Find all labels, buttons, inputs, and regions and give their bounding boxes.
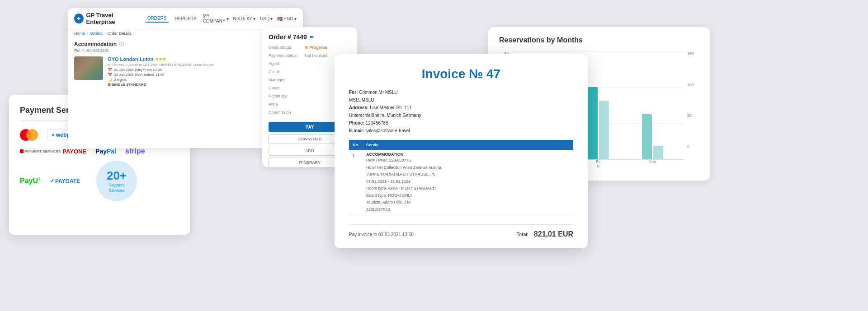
y-axis-right: 150 100 50 0: [684, 51, 699, 160]
col-no: No: [349, 140, 363, 150]
nav-user[interactable]: NIKOLAY ▾: [233, 16, 256, 21]
payone-logo: PAYMENT SERVICES PAYONE: [20, 148, 86, 155]
hotel-stars: ★★★: [155, 57, 166, 61]
info-icon: ⓘ: [119, 41, 124, 47]
bar-mar-light: [642, 114, 652, 159]
for-company: MSLUMSLU: [349, 97, 374, 102]
total-amount: 821,01 EUR: [534, 230, 573, 238]
for-name: Common Mr MSLU: [359, 90, 398, 95]
tourists: Tourists: Adam Hills, J M: [366, 200, 570, 206]
tourists-id: 228|1017510: [366, 207, 570, 213]
hotel-image: [74, 56, 103, 80]
stripe-logo: stripe: [125, 147, 145, 155]
invoice-title: Invoice № 47: [349, 67, 573, 81]
chart-title: Reservations by Months: [499, 36, 699, 44]
nav-currency[interactable]: USD ▾: [260, 16, 273, 21]
row-no: 1: [349, 150, 363, 215]
travel-navbar: ✈ GP Travel Enterprise ORDERS REPORTS MY…: [68, 8, 303, 29]
invoice-card: Invoice № 47 For: Common Mr MSLU MSLUMSL…: [335, 54, 588, 248]
total-section: Total: 821,01 EUR: [517, 230, 573, 238]
hotel-room-type: ⊞ SINGLE STANDARD: [108, 83, 251, 87]
address-value: Lise-Meitner-Str. 111: [370, 105, 412, 110]
payment-row-3: PayU+ ✓ PAYGATE 20+ PaymentServices: [20, 161, 179, 201]
email-label: E-mail:: [349, 128, 365, 133]
invoice-table: No Servic 1 ACCOMMODATION Ref# / PNR: 22…: [349, 140, 573, 215]
paypal-logo: PayPal: [95, 148, 116, 155]
hotel-info: OYO London Luton ★★★ Mill Street, 1, Lon…: [108, 56, 251, 87]
col-service: Servic: [363, 140, 573, 150]
chart-group-mar: [642, 114, 663, 159]
row-service: ACCOMMODATION Ref# / PNR: 228-863776 Hot…: [363, 150, 573, 215]
total-label: Total:: [517, 232, 528, 237]
x-label-mar: Mar: [626, 159, 680, 168]
logo-icon: ✈: [74, 14, 84, 23]
nav-reports[interactable]: REPORTS: [173, 15, 198, 22]
email-value: sales@software.travel: [365, 128, 410, 133]
nav-lang[interactable]: 🇬🇧 ENG ▾: [277, 16, 297, 21]
for-label: For:: [349, 90, 359, 95]
hotel-name: Hotel NH Collection Wien ZentrumAustria,: [366, 165, 570, 171]
hotel-name: OYO London Luton: [108, 56, 153, 62]
logo-text: GP Travel Enterprise: [86, 12, 140, 25]
order-status-value: In Progress: [305, 45, 327, 50]
hotel-address: Vienna, MARIAHILFER STRASSE, 78: [366, 172, 570, 178]
chart-group-feb: [588, 87, 609, 159]
accommodation-title: Accommodation: [74, 41, 117, 47]
breadcrumb-detail: Order Details: [108, 31, 132, 36]
order-edit-icon[interactable]: ✏: [310, 34, 314, 40]
phone-value: 123456789: [366, 121, 388, 125]
payment-row-2: PAYMENT SERVICES PAYONE PayPal stripe: [20, 147, 179, 155]
hotel-checkin: 📅 21 Jun 2021 (Mo) From 14:00: [108, 68, 251, 72]
hotel-address: Mill Street, 1, London LU1 2NA, UNITED K…: [108, 63, 251, 67]
invoice-recipient: For: Common Mr MSLU MSLUMSLU Address: Li…: [349, 88, 573, 135]
room-type: Room type: APARTMENT STANDARD: [366, 186, 570, 192]
breadcrumb-home[interactable]: Home: [74, 31, 85, 36]
city-value: Unterschleißheim, Munich Germany: [349, 113, 421, 118]
hotel-checkout: 📅 23 Jun 2021 (We) Before 11:00: [108, 73, 251, 77]
address-label: Address:: [349, 105, 370, 110]
paygate-logo: ✓ PAYGATE: [50, 178, 80, 184]
payu-logo: PayU+: [20, 176, 41, 185]
phone-label: Phone:: [349, 121, 366, 125]
order-status-row: Order status: In Progress: [269, 45, 351, 50]
service-ref: Ref# / PNR: 228-863776: [366, 158, 570, 164]
travel-nav: ORDERS REPORTS MY COMPANY ▾ NIKOLAY ▾ US…: [146, 14, 297, 23]
payment-status-value: Not Invoiced: [305, 53, 327, 58]
nav-orders[interactable]: ORDERS: [146, 15, 169, 23]
pay-by-date: 03.03.2021 13:50: [378, 232, 414, 237]
travel-logo: ✈ GP Travel Enterprise: [74, 12, 140, 25]
twenty-plus-number: 20+: [107, 169, 127, 183]
breadcrumb-orders[interactable]: Orders: [90, 31, 103, 36]
twenty-plus-label: PaymentServices: [108, 183, 125, 193]
order-title: Order # 7449 ✏: [269, 33, 351, 41]
service-dates: 07.01.2021 - 13.01.2021: [366, 179, 570, 185]
invoice-footer: Pay invoice to 03.03.2021 13:50 Total: 8…: [349, 224, 573, 238]
service-name: ACCOMMODATION: [366, 152, 570, 157]
bar-feb-teal: [588, 87, 598, 159]
pay-by-text: Pay invoice to 03.03.2021 13:50: [349, 232, 414, 237]
hotel-nights: 🌙 2 nights: [108, 78, 251, 82]
mastercard-logo: [20, 128, 40, 142]
twenty-plus-circle: 20+ PaymentServices: [96, 161, 137, 201]
board-type: Board type: ROOM ONLY: [366, 193, 570, 199]
nav-company[interactable]: MY COMPANY ▾: [203, 14, 229, 23]
bar-feb-pale: [599, 101, 609, 159]
invoice-row-1: 1 ACCOMMODATION Ref# / PNR: 228-863776 H…: [349, 150, 573, 215]
